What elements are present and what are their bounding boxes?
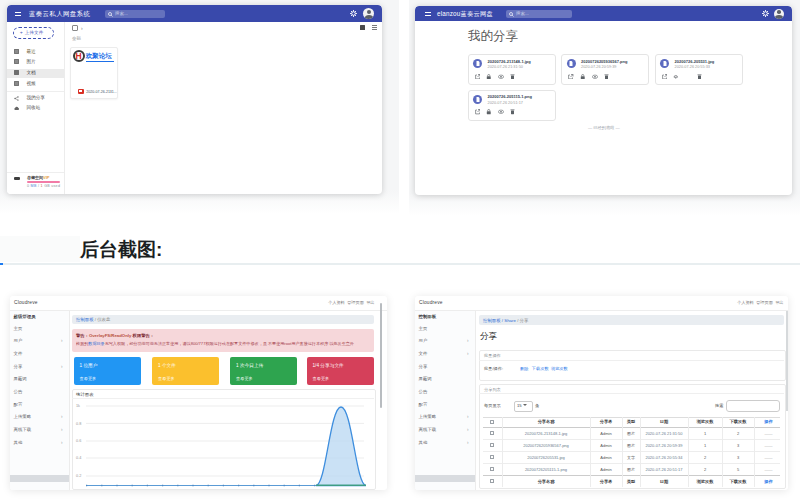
svg-text:0.4: 0.4 — [76, 456, 81, 460]
svg-text:0.2: 0.2 — [76, 474, 81, 478]
svg-text:0.6: 0.6 — [76, 439, 81, 443]
svg-text:1k: 1k — [76, 404, 80, 408]
svg-text:0.8: 0.8 — [76, 422, 81, 426]
